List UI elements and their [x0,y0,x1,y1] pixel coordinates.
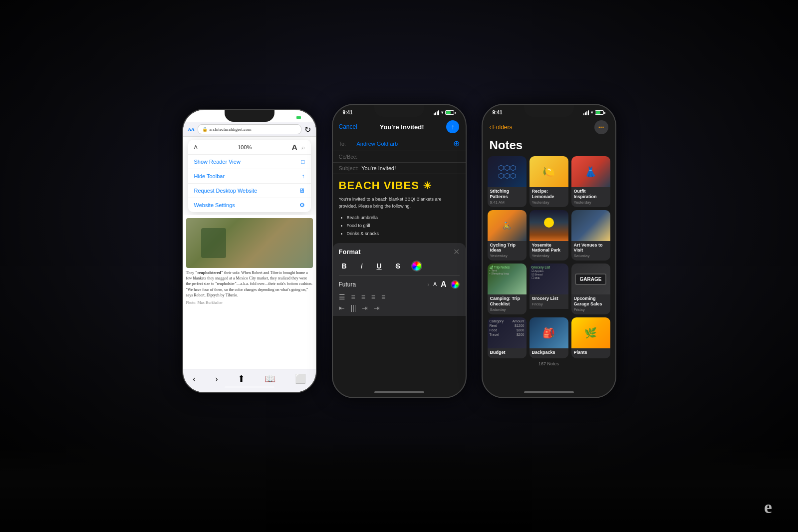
note-date: Yesterday [490,254,524,258]
note-card[interactable]: GARAGE Upcoming Garage Sales Friday [571,264,610,314]
note-info: Outfit Inspiration Yesterday [571,187,610,207]
mail-body-text: You're invited to a beach blanket BBQ! B… [339,196,460,210]
bold-button[interactable]: B [339,261,350,271]
align-right-icon[interactable]: ≡ [381,293,385,301]
tabs-icon[interactable]: ⬜ [295,373,306,384]
notes-nav: ‹ Folders ··· [483,117,615,136]
safari-aa[interactable]: AA [188,127,195,132]
note-info: Cycling Trip Ideas Yesterday [488,241,527,261]
font-decrease[interactable]: A [194,144,198,150]
font-increase[interactable]: A [292,143,297,151]
format-style-row: B I U S [339,261,460,276]
article-image [186,218,313,268]
format-close-button[interactable]: ✕ [453,247,460,257]
back-to-folders[interactable]: ‹ Folders [490,124,513,131]
note-info: Stitching Patterns 9:41 AM [488,187,527,207]
note-info: Recipe: Lemonade Yesterday [530,187,568,207]
photo-credit: Photo: Max Burkhalter [186,300,313,305]
safari-urlbar[interactable]: AA 🔒 architecturaldigest.com ↻ [183,122,316,137]
note-card[interactable]: Grocery List ☑ Apples ☑ Bread ☐ Milk Gro… [530,264,568,314]
format-indent-row: ⇤ ||| ⇥ ⇥ [339,304,460,312]
note-card[interactable]: 🚴 Cycling Trip Ideas Yesterday [488,210,527,261]
search-icon[interactable]: ⌕ [301,144,305,150]
back-chevron-icon: ‹ [490,124,492,131]
hide-toolbar-item[interactable]: Hide Toolbar ↑ [188,169,311,184]
format-bar-header: Format ✕ [339,247,460,257]
note-card[interactable]: 🏕 Trip Notes • Tent • Sleeping bag Campi… [488,264,527,314]
send-button[interactable]: ↑ [446,120,459,133]
signal-icon [434,110,439,115]
font-name[interactable]: Futura [339,281,424,288]
text-color-button[interactable] [451,280,460,289]
presentation-stage: 9:41 ▾ [0,0,798,532]
home-indicator [524,391,574,393]
hide-toolbar-icon: ↑ [302,173,305,180]
note-card[interactable]: 🌿 Plants [571,317,610,358]
to-field[interactable]: To: Andrew Goldfarb ⊕ [333,136,466,151]
note-date: Saturday [574,254,608,258]
align-left-icon[interactable]: ≡ [361,293,365,301]
list-indent-icon[interactable]: ⇥ [362,304,368,312]
note-card[interactable]: 🍋 Recipe: Lemonade Yesterday [530,156,568,207]
engadget-logo: e [753,492,783,522]
compose-title: You're Invited! [380,123,424,131]
phone-mail: 9:41 ▾ [332,104,467,398]
unordered-list-icon[interactable]: ☰ [339,293,345,301]
note-date: Friday [532,302,566,306]
note-thumbnail [488,156,527,187]
note-name: Plants [574,350,608,355]
phone-safari: 9:41 ▾ [182,109,317,393]
font-size-increase[interactable]: A [441,280,447,289]
cc-field[interactable]: Cc/Bcc: [333,151,466,163]
outdent-icon[interactable]: ⇥ [374,304,380,312]
note-name: Yosemite National Park [532,243,566,254]
more-options-button[interactable]: ··· [594,120,608,134]
back-icon[interactable]: ‹ [193,374,196,384]
note-thumbnail: 🌿 [571,317,610,348]
bullet-2: Food to grill [347,222,460,230]
article-text: They "reupholstered" their sofa: When Ro… [186,270,313,298]
mail-body[interactable]: BEACH VIBES ☀ You're invited to a beach … [333,174,466,243]
note-name: Budget [490,350,524,355]
add-recipient-icon[interactable]: ⊕ [453,139,460,148]
color-wheel-button[interactable] [411,261,422,271]
bookmarks-icon[interactable]: 📖 [265,373,275,384]
note-card[interactable]: CategoryAmount Rent$1200 Food$300 Travel… [488,317,527,358]
note-card[interactable]: Stitching Patterns 9:41 AM [488,156,527,207]
cancel-button[interactable]: Cancel [339,123,357,130]
indent-left-icon[interactable]: ⇤ [339,304,345,312]
desktop-website-item[interactable]: Request Desktop Website 🖥 [188,184,311,198]
reader-view-item[interactable]: Show Reader View □ [188,155,311,169]
sun-emoji: ☀ [423,180,432,191]
mail-screen: 9:41 ▾ [333,105,466,397]
font-chevron-icon: › [427,281,429,288]
underline-button[interactable]: U [374,261,385,271]
safari-article: They "reupholstered" their sofa: When Ro… [183,215,316,308]
safari-reload-icon[interactable]: ↻ [304,125,311,134]
note-info: Art Venues to Visit Saturday [571,241,610,261]
phones-container: 9:41 ▾ [182,104,616,398]
note-card[interactable]: 🎒 Backpacks [530,317,568,358]
note-card[interactable]: Yosemite National Park Yesterday [530,210,568,261]
safari-url-field[interactable]: 🔒 architecturaldigest.com [198,124,301,134]
note-name: Stitching Patterns [490,189,524,200]
italic-button[interactable]: I [358,261,366,271]
note-card[interactable]: Art Venues to Visit Saturday [571,210,610,261]
format-list-row: ☰ ≡ ≡ ≡ ≡ [339,293,460,301]
strikethrough-button[interactable]: S [393,261,403,271]
note-date: Yesterday [574,200,608,205]
website-settings-item[interactable]: Website Settings ⚙ [188,198,311,212]
garage-sign: GARAGE [575,273,607,285]
safari-menu: A 100% A ⌕ Show Reader View □ Hide Toolb… [188,140,311,212]
subject-field[interactable]: Subject: You're Invited! [333,163,466,174]
note-info: Backpacks [530,348,568,358]
share-icon[interactable]: ⬆ [238,373,245,384]
align-center-icon[interactable]: ≡ [371,293,375,301]
note-thumbnail [571,210,610,241]
font-size-decrease[interactable]: A [433,281,437,287]
note-card[interactable]: 👗 Outfit Inspiration Yesterday [571,156,610,207]
columns-icon[interactable]: ||| [351,304,356,312]
ordered-list-icon[interactable]: ≡ [351,293,355,301]
note-info: Yosemite National Park Yesterday [530,241,568,261]
forward-icon[interactable]: › [215,374,218,384]
